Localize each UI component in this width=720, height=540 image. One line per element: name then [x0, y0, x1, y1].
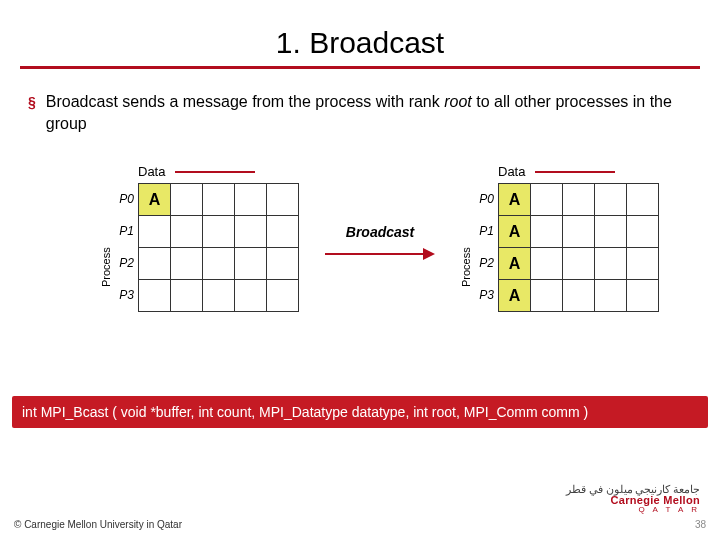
after-panel: Data Process P0P1P2P3 AAAA	[460, 164, 659, 312]
grid-cell	[267, 248, 299, 280]
process-row-label: P1	[116, 215, 138, 247]
grid-cell	[531, 184, 563, 216]
grid-cell	[235, 280, 267, 312]
copyright-text: © Carnegie Mellon University in Qatar	[14, 519, 182, 530]
bullet-text: Broadcast sends a message from the proce…	[46, 91, 692, 134]
grid-cell	[563, 216, 595, 248]
grid-cell	[595, 216, 627, 248]
process-axis-label: Process	[460, 183, 472, 312]
process-row-label: P0	[116, 183, 138, 215]
title-underline	[20, 66, 700, 69]
grid-cell	[203, 280, 235, 312]
grid-cell: A	[499, 216, 531, 248]
data-axis-label: Data	[498, 164, 525, 179]
grid-cell	[171, 184, 203, 216]
process-row-label: P1	[476, 215, 498, 247]
grid-cell: A	[499, 248, 531, 280]
grid-cell: A	[499, 280, 531, 312]
after-grid: AAAA	[498, 183, 659, 312]
grid-cell: A	[139, 184, 171, 216]
grid-cell	[595, 280, 627, 312]
arrow-label: Broadcast	[310, 224, 450, 240]
grid-cell	[139, 280, 171, 312]
grid-cell	[563, 184, 595, 216]
grid-cell	[171, 216, 203, 248]
code-signature: int MPI_Bcast ( void *buffer, int count,…	[12, 396, 708, 428]
svg-marker-1	[423, 248, 435, 260]
grid-cell	[627, 280, 659, 312]
broadcast-diagram: Data Process P0P1P2P3 A Broadcast Data P…	[0, 164, 720, 374]
broadcast-arrow-area: Broadcast	[310, 224, 450, 262]
grid-cell	[139, 216, 171, 248]
process-row-label: P3	[116, 279, 138, 311]
grid-cell	[627, 184, 659, 216]
grid-cell	[267, 216, 299, 248]
process-row-label: P3	[476, 279, 498, 311]
grid-cell	[531, 280, 563, 312]
grid-cell	[203, 184, 235, 216]
grid-cell	[531, 216, 563, 248]
process-row-label: P2	[116, 247, 138, 279]
arrow-icon	[325, 246, 435, 262]
page-number: 38	[695, 519, 706, 530]
process-row-label: P0	[476, 183, 498, 215]
grid-cell	[627, 248, 659, 280]
grid-cell	[267, 280, 299, 312]
grid-cell	[235, 184, 267, 216]
before-grid: A	[138, 183, 299, 312]
slide-title: 1. Broadcast	[0, 0, 720, 66]
grid-cell	[203, 248, 235, 280]
grid-cell	[235, 216, 267, 248]
data-axis-line	[175, 171, 255, 173]
process-axis-label: Process	[100, 183, 112, 312]
grid-cell	[563, 280, 595, 312]
grid-cell	[531, 248, 563, 280]
logo-qatar: Q A T A R	[566, 506, 700, 514]
grid-cell	[595, 184, 627, 216]
grid-cell	[203, 216, 235, 248]
grid-cell	[595, 248, 627, 280]
grid-cell	[235, 248, 267, 280]
grid-cell	[171, 280, 203, 312]
cmu-qatar-logo: جامعة كارنيجي ميلون في قطر Carnegie Mell…	[566, 484, 700, 514]
before-panel: Data Process P0P1P2P3 A	[100, 164, 299, 312]
grid-cell	[267, 184, 299, 216]
grid-cell	[627, 216, 659, 248]
grid-cell	[563, 248, 595, 280]
data-axis-line	[535, 171, 615, 173]
grid-cell	[139, 248, 171, 280]
grid-cell	[171, 248, 203, 280]
bullet-item: § Broadcast sends a message from the pro…	[0, 91, 720, 134]
grid-cell: A	[499, 184, 531, 216]
process-row-label: P2	[476, 247, 498, 279]
data-axis-label: Data	[138, 164, 165, 179]
bullet-marker: §	[28, 91, 36, 112]
